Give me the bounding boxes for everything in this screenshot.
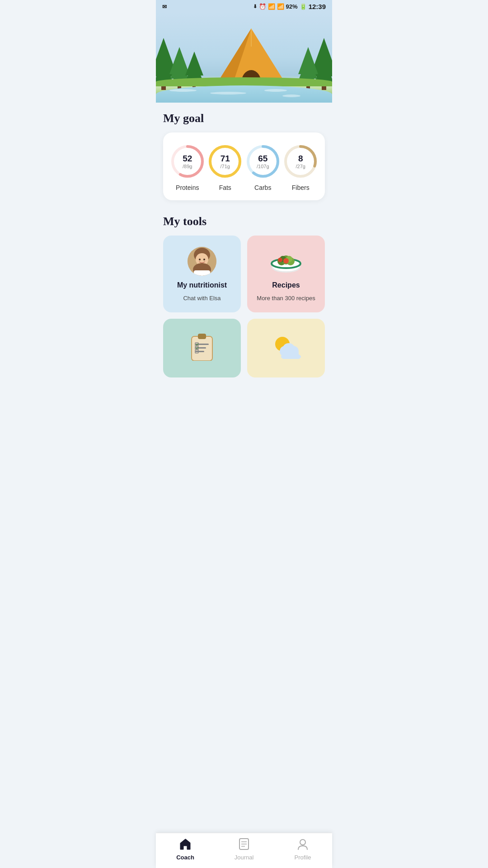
hero-illustration [156, 12, 332, 103]
ripple-1 [169, 89, 197, 92]
nav-profile[interactable]: Profile [273, 838, 332, 861]
fats-text: 71 /71g [221, 154, 230, 169]
carbs-label: Carbs [254, 184, 271, 191]
recipes-title: Recipes [272, 281, 300, 289]
battery-download-icon: ⬇ [253, 4, 257, 9]
status-bar: ✉ ⬇ ⏰ 📶 📶 92% 🔋 12:39 [156, 0, 332, 12]
nutrient-proteins: 52 /89g Proteins [169, 143, 206, 191]
tools-grid: My nutritionist Chat with Elsa [163, 236, 325, 377]
carbs-text: 65 /107g [257, 154, 269, 169]
svg-point-54 [278, 258, 282, 262]
main-content: My goal 52 /89g Proteins [156, 103, 332, 423]
water-area [156, 85, 332, 103]
journal-icon [238, 838, 250, 852]
fibers-text: 8 /27g [296, 154, 305, 169]
status-right: ⬇ ⏰ 📶 📶 92% 🔋 12:39 [253, 3, 326, 10]
svg-point-41 [199, 259, 201, 260]
carbs-circle: 65 /107g [245, 143, 281, 179]
fats-value: 71 [221, 154, 230, 164]
svg-rect-57 [198, 334, 206, 339]
wifi-icon: 📶 [268, 3, 275, 10]
fats-label: Fats [219, 184, 231, 191]
battery-percent: 92% [286, 3, 298, 10]
recipes-icon [270, 246, 302, 276]
nutritionist-card[interactable]: My nutritionist Chat with Elsa [163, 236, 241, 312]
coach-label: Coach [176, 854, 194, 861]
tools-section: My tools [163, 215, 325, 377]
nutrient-fibers: 8 /27g Fibers [282, 143, 319, 191]
email-icon: ✉ [162, 4, 167, 10]
goal-card: 52 /89g Proteins 71 /71g Fats [163, 132, 325, 200]
nav-coach[interactable]: Coach [156, 838, 215, 861]
nutritionist-avatar [188, 247, 216, 276]
proteins-value: 52 [183, 154, 192, 164]
program-icon [190, 333, 214, 364]
profile-icon [296, 838, 309, 852]
ripple-3 [264, 89, 287, 92]
alarm-icon: ⏰ [259, 3, 266, 10]
proteins-label: Proteins [176, 184, 199, 191]
carbs-value: 65 [257, 154, 269, 164]
recipes-subtitle: More than 300 recipes [257, 295, 315, 302]
svg-point-42 [203, 259, 205, 260]
fibers-goal: /27g [296, 163, 305, 169]
carbs-goal: /107g [257, 163, 269, 169]
bottom-nav: Coach Journal Profile [156, 833, 332, 868]
journal-label: Journal [235, 854, 254, 861]
nutrient-fats: 71 /71g Fats [207, 143, 243, 191]
coach-home-icon [179, 838, 192, 852]
recipes-card[interactable]: Recipes More than 300 recipes [247, 236, 325, 312]
status-left: ✉ [162, 4, 167, 10]
svg-rect-44 [194, 270, 210, 276]
nutritionist-title: My nutritionist [177, 281, 227, 289]
svg-point-53 [283, 258, 289, 264]
proteins-goal: /89g [183, 163, 192, 169]
signal-icon: 📶 [277, 3, 284, 10]
my-tools-title: My tools [163, 215, 325, 228]
proteins-circle: 52 /89g [169, 143, 206, 179]
grass-strip [156, 77, 332, 86]
fibers-label: Fibers [292, 184, 310, 191]
nutrient-carbs: 65 /107g Carbs [245, 143, 281, 191]
my-goal-title: My goal [163, 112, 325, 125]
proteins-text: 52 /89g [183, 154, 192, 169]
svg-point-74 [300, 840, 305, 845]
fats-circle: 71 /71g [207, 143, 243, 179]
program-card[interactable] [163, 319, 241, 377]
svg-rect-60 [195, 351, 204, 352]
weather-icon [270, 334, 302, 362]
nav-journal[interactable]: Journal [215, 838, 273, 861]
battery-icon: 🔋 [300, 3, 307, 10]
fibers-circle: 8 /27g [282, 143, 319, 179]
clock-time: 12:39 [309, 3, 326, 10]
fibers-value: 8 [296, 154, 305, 164]
profile-label: Profile [295, 854, 311, 861]
nutritionist-subtitle: Chat with Elsa [183, 295, 221, 302]
ripple-2 [210, 92, 246, 94]
fats-goal: /71g [221, 163, 230, 169]
ripple-4 [282, 94, 300, 97]
weather-card[interactable] [247, 319, 325, 377]
